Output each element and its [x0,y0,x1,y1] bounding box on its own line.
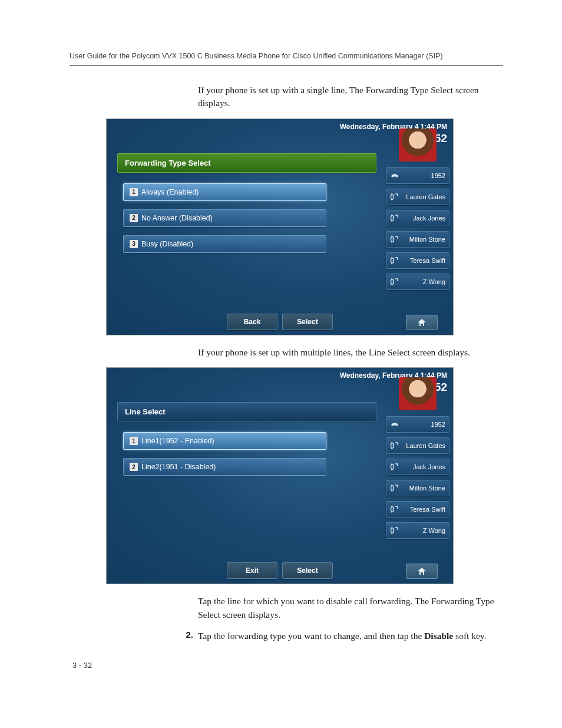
speed-dial-key[interactable]: Milton Stone [386,480,449,496]
handset-icon [390,256,399,265]
paragraph: If your phone is set up with multiple li… [198,346,503,359]
speed-dial-label: Teresa Swift [402,257,445,264]
list-item[interactable]: 3 Busy (Disabled) [123,235,326,253]
home-button[interactable] [406,564,438,579]
screenshot-forwarding-type-select: Wednesday, February 4 1:44 PM 1952 Forwa… [106,118,454,335]
speed-dial-label: Jack Jones [402,463,445,470]
item-label: Always (Enabled) [141,188,199,196]
speed-dial-key[interactable]: Teresa Swift [386,252,449,269]
page-number: 3 - 32 [72,661,503,670]
item-number-badge: 3 [130,240,138,248]
softkey-exit[interactable]: Exit [227,562,277,579]
item-label: No Answer (Disabled) [141,214,213,222]
step-text: Tap the forwarding type you want to chan… [198,630,486,643]
item-label: Busy (Disabled) [141,240,193,248]
speed-dial-key[interactable]: Milton Stone [386,231,449,248]
speed-dial-label: Z Wong [402,278,445,285]
softkey-select[interactable]: Select [282,314,333,330]
speed-dial-label: Milton Stone [402,485,445,492]
speed-dial-label: Teresa Swift [402,506,445,513]
running-header: User Guide for the Polycom VVX 1500 C Bu… [70,52,503,66]
line-key-label: 1952 [402,172,445,179]
paragraph: Tap the line for which you want to disab… [198,595,503,621]
item-label: Line2(1951 - Disabled) [141,463,216,471]
item-label: Line1(1952 - Enabled) [141,437,214,445]
item-number-badge: 1 [130,437,138,445]
speed-dial-label: Lauren Gates [402,193,445,200]
handset-icon [390,235,399,243]
speed-dial-label: Milton Stone [402,236,445,243]
handset-icon [390,505,399,513]
paragraph: If your phone is set up with a single li… [198,84,503,110]
handset-icon [390,442,399,450]
list-item[interactable]: 1 Line1(1952 - Enabled) [123,432,326,450]
speed-dial-key[interactable]: Jack Jones [386,459,449,475]
screenshot-line-select: Wednesday, February 4 1:44 PM 1952 Line … [106,367,454,584]
speed-dial-key[interactable]: Teresa Swift [386,501,449,518]
numbered-step: 2. Tap the forwarding type you want to c… [183,630,503,643]
item-number-badge: 2 [130,463,138,471]
line-key[interactable]: 1952 [386,167,449,184]
handset-icon [390,214,399,222]
screen-title-bar: Forwarding Type Select [117,153,376,173]
handset-icon [390,484,399,492]
softkey-select[interactable]: Select [282,562,333,579]
handset-icon [390,193,399,201]
list-item[interactable]: 2 No Answer (Disabled) [123,209,326,227]
speed-dial-key[interactable]: Z Wong [386,522,449,539]
home-button[interactable] [406,315,438,330]
phone-line-icon [390,420,399,429]
list-item[interactable]: 1 Always (Enabled) [123,183,326,201]
handset-icon [390,278,399,286]
avatar [399,377,437,410]
speed-dial-key[interactable]: Lauren Gates [386,437,449,454]
speed-dial-label: Z Wong [402,527,445,534]
handset-icon [390,463,399,471]
home-icon [416,318,427,327]
screen-title-bar: Line Select [117,402,376,421]
avatar [399,129,437,162]
line-key[interactable]: 1952 [386,416,449,433]
step-number: 2. [183,630,198,643]
speed-dial-key[interactable]: Lauren Gates [386,189,449,205]
speed-dial-key[interactable]: Jack Jones [386,210,449,226]
item-number-badge: 1 [130,188,138,196]
handset-icon [390,526,399,535]
home-icon [416,566,427,576]
phone-line-icon [390,172,399,180]
list-item[interactable]: 2 Line2(1951 - Disabled) [123,458,326,476]
speed-dial-key[interactable]: Z Wong [386,274,449,290]
line-key-label: 1952 [402,421,445,428]
speed-dial-label: Lauren Gates [402,442,445,449]
item-number-badge: 2 [130,214,138,222]
softkey-back[interactable]: Back [227,314,277,330]
speed-dial-label: Jack Jones [402,215,445,222]
